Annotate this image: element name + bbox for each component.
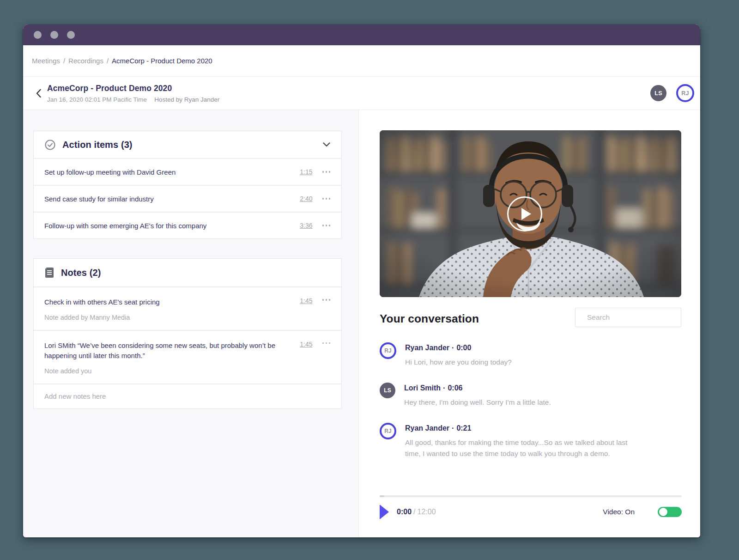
avatar-ls: LS bbox=[380, 383, 395, 398]
note-icon bbox=[45, 267, 54, 278]
page-title: AcmeCorp - Product Demo 2020 bbox=[47, 84, 219, 93]
message-speaker-time: Ryan Jander·0:21 bbox=[405, 424, 638, 432]
meeting-datetime: Jan 16, 2020 02:01 PM Pacific Time bbox=[47, 96, 147, 103]
message-timestamp[interactable]: 0:21 bbox=[456, 424, 471, 432]
action-item-timestamp-link[interactable]: 1:15 bbox=[300, 168, 312, 176]
action-items-collapse-button[interactable] bbox=[323, 142, 330, 147]
breadcrumb-separator: / bbox=[107, 57, 109, 65]
breadcrumb-current: AcmeCorp - Product Demo 2020 bbox=[112, 57, 212, 65]
action-items-header: Action items (3) bbox=[34, 131, 341, 158]
note-timestamp-link[interactable]: 1:45 bbox=[300, 341, 312, 348]
action-item-row: Send case study for similar industry 2:4… bbox=[34, 185, 341, 212]
ellipsis-menu-icon[interactable] bbox=[322, 223, 331, 228]
window-control-dot-2[interactable] bbox=[50, 31, 58, 39]
seek-bar[interactable] bbox=[380, 495, 682, 497]
video-play-button[interactable] bbox=[507, 196, 542, 231]
speaker-name: Lori Smith bbox=[404, 384, 441, 392]
conversation-title: Your conversation bbox=[380, 312, 479, 325]
message-text: Hey there, I'm doing well. Sorry I'm a l… bbox=[404, 397, 551, 408]
ellipsis-menu-icon[interactable] bbox=[322, 297, 331, 303]
note-byline: Note added by Manny Media bbox=[44, 314, 330, 321]
time-display: 0:00/12:00 bbox=[397, 508, 436, 516]
participant-avatars: LS RJ bbox=[650, 84, 694, 102]
current-time: 0:00 bbox=[397, 508, 412, 516]
left-panel: Action items (3) Set up follow-up meetin… bbox=[23, 110, 359, 537]
speaker-name: Ryan Jander bbox=[405, 344, 449, 352]
meeting-host: Hosted by Ryan Jander bbox=[154, 96, 219, 103]
avatar-rj[interactable]: RJ bbox=[676, 84, 694, 102]
add-note-row bbox=[34, 383, 341, 408]
video-player[interactable] bbox=[380, 130, 681, 297]
breadcrumb-separator: / bbox=[63, 57, 65, 65]
ellipsis-menu-icon[interactable] bbox=[322, 196, 331, 201]
video-toggle[interactable] bbox=[658, 507, 682, 517]
action-items-title: Action items (3) bbox=[62, 140, 133, 150]
breadcrumb: Meetings / Recordings / AcmeCorp - Produ… bbox=[23, 45, 700, 77]
note-row: Lori SMith “We’ve been considering some … bbox=[34, 330, 341, 383]
toggle-knob bbox=[659, 508, 667, 516]
speaker-name: Ryan Jander bbox=[405, 424, 449, 432]
breadcrumb-recordings[interactable]: Recordings bbox=[68, 57, 103, 65]
conversation-header: Your conversation bbox=[380, 308, 681, 327]
transcript-message: LS Lori Smith·0:06 Hey there, I'm doing … bbox=[380, 383, 681, 408]
notes-card: Notes (2) Check in with others AE's seat… bbox=[33, 258, 342, 409]
action-item-row: Set up follow-up meeting with David Gree… bbox=[34, 158, 341, 185]
meeting-meta: Jan 16, 2020 02:01 PM Pacific TimeHosted… bbox=[47, 96, 219, 103]
app-window: Meetings / Recordings / AcmeCorp - Produ… bbox=[23, 24, 700, 537]
action-item-timestamp-link[interactable]: 2:40 bbox=[300, 195, 312, 202]
player-controls: 0:00/12:00 Video: On bbox=[380, 505, 682, 519]
player-bar: 0:00/12:00 Video: On bbox=[380, 495, 682, 519]
video-toggle-label: Video: On bbox=[603, 508, 635, 516]
meeting-header: AcmeCorp - Product Demo 2020 Jan 16, 202… bbox=[23, 77, 700, 110]
add-note-input[interactable] bbox=[34, 384, 341, 408]
action-items-card: Action items (3) Set up follow-up meetin… bbox=[33, 131, 342, 239]
window-control-dot-1[interactable] bbox=[34, 31, 42, 39]
note-row: Check in with others AE's seat pricing 1… bbox=[34, 286, 341, 330]
notes-header: Notes (2) bbox=[34, 259, 341, 286]
play-button[interactable] bbox=[380, 505, 389, 519]
ellipsis-menu-icon[interactable] bbox=[322, 169, 331, 175]
transcript-message: RJ Ryan Jander·0:00 Hi Lori, how are you… bbox=[380, 342, 681, 368]
play-icon bbox=[521, 208, 531, 220]
window-titlebar bbox=[23, 24, 700, 45]
avatar-rj: RJ bbox=[380, 342, 396, 359]
search-input[interactable] bbox=[575, 308, 681, 327]
seek-bar-played bbox=[380, 495, 384, 497]
message-timestamp[interactable]: 0:00 bbox=[456, 344, 471, 352]
message-speaker-time: Lori Smith·0:06 bbox=[404, 384, 551, 392]
note-text: Check in with others AE's seat pricing bbox=[44, 297, 281, 308]
ellipsis-menu-icon[interactable] bbox=[322, 341, 331, 346]
chevron-left-icon bbox=[36, 89, 42, 98]
notes-title: Notes (2) bbox=[61, 268, 101, 278]
header-titles: AcmeCorp - Product Demo 2020 Jan 16, 202… bbox=[47, 84, 219, 103]
action-item-text: Send case study for similar industry bbox=[44, 195, 154, 203]
avatar-rj: RJ bbox=[380, 423, 396, 439]
chevron-down-icon bbox=[323, 142, 330, 147]
action-item-timestamp-link[interactable]: 3:36 bbox=[300, 222, 312, 229]
action-item-row: Follow-up with some emerging AE's for th… bbox=[34, 212, 341, 238]
window-control-dot-3[interactable] bbox=[67, 31, 75, 39]
check-circle-icon bbox=[45, 140, 55, 150]
avatar-ls[interactable]: LS bbox=[650, 85, 666, 101]
message-text: Hi Lori, how are you doing today? bbox=[405, 357, 512, 368]
action-item-text: Set up follow-up meeting with David Gree… bbox=[44, 168, 176, 176]
note-timestamp-link[interactable]: 1:45 bbox=[300, 297, 312, 304]
note-text: Lori SMith “We’ve been considering some … bbox=[44, 341, 281, 361]
note-byline: Note added you bbox=[44, 367, 330, 375]
breadcrumb-meetings[interactable]: Meetings bbox=[32, 57, 60, 65]
total-time: 12:00 bbox=[417, 508, 436, 516]
transcript-message: RJ Ryan Jander·0:21 All good, thanks for… bbox=[380, 423, 681, 459]
content-area: Action items (3) Set up follow-up meetin… bbox=[23, 110, 700, 537]
message-speaker-time: Ryan Jander·0:00 bbox=[405, 344, 512, 352]
message-timestamp[interactable]: 0:06 bbox=[448, 384, 462, 392]
back-button[interactable] bbox=[32, 87, 44, 99]
message-text: All good, thanks for making the time tod… bbox=[405, 437, 638, 459]
right-panel: Your conversation RJ Ryan Jander·0:00 Hi… bbox=[359, 110, 700, 537]
transcript-list: RJ Ryan Jander·0:00 Hi Lori, how are you… bbox=[380, 342, 681, 474]
action-item-text: Follow-up with some emerging AE's for th… bbox=[44, 222, 206, 230]
